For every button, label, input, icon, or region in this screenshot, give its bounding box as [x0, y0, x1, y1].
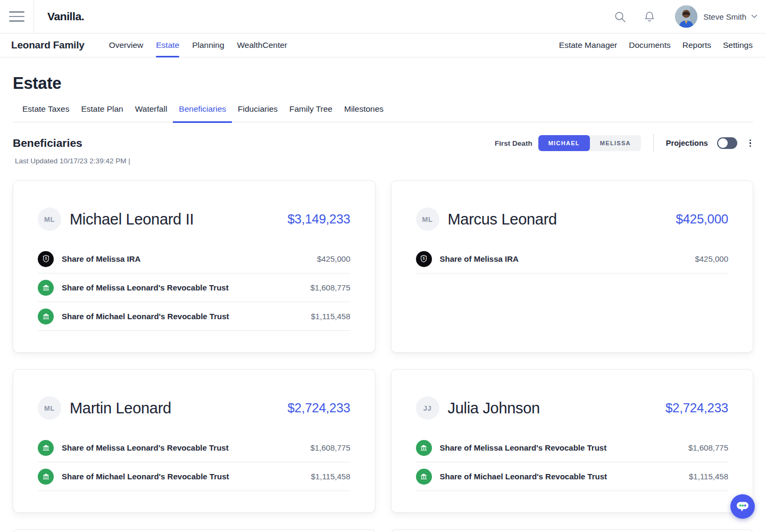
notifications-button[interactable]	[643, 10, 656, 23]
beneficiary-avatar: ML	[38, 207, 61, 231]
bank-icon	[416, 469, 432, 485]
share-row: Share of Michael Leonard's Revocable Tru…	[416, 462, 729, 491]
nav-item-documents[interactable]: Documents	[623, 40, 676, 50]
beneficiary-card: ML Marcus Leonard $425,000 $ Share of Me…	[391, 180, 754, 353]
user-avatar[interactable]	[675, 5, 697, 28]
estate-tabs: Estate Taxes Estate Plan Waterfall Benef…	[13, 104, 753, 122]
tab-fiduciaries[interactable]: Fiduciaries	[232, 104, 284, 122]
share-row: Share of Melissa Leonard's Revocable Tru…	[416, 434, 729, 462]
nav-item-settings[interactable]: Settings	[717, 40, 753, 50]
beneficiary-card: ML Michael Leonard II $3,149,233 $ Share…	[13, 180, 376, 353]
beneficiary-avatar: ML	[416, 207, 439, 231]
tab-waterfall[interactable]: Waterfall	[129, 104, 173, 122]
nav-item-overview[interactable]: Overview	[103, 34, 150, 57]
share-label: Share of Melissa Leonard's Revocable Tru…	[62, 443, 229, 452]
beneficiary-name: Marcus Leonard	[448, 211, 557, 228]
tab-milestones[interactable]: Milestones	[338, 104, 389, 122]
hamburger-icon	[9, 11, 24, 22]
beneficiary-avatar: ML	[38, 396, 61, 420]
share-amount: $1,608,775	[688, 443, 728, 452]
beneficiary-total: $3,149,233	[287, 212, 350, 227]
share-label: Share of Michael Leonard's Revocable Tru…	[62, 472, 229, 481]
first-death-label: First Death	[495, 139, 532, 147]
user-name[interactable]: Steve Smith	[703, 12, 746, 21]
bank-icon	[38, 469, 54, 485]
beneficiary-card	[391, 529, 754, 532]
chat-launcher-button[interactable]	[730, 494, 755, 519]
segment-michael[interactable]: MICHAEL	[538, 135, 590, 151]
beneficiary-card: ML Martin Leonard $2,724,233 Share of Me…	[13, 369, 376, 513]
top-bar: Vanilla. Steve Smith	[0, 0, 766, 34]
bell-icon	[643, 10, 656, 23]
bank-icon	[416, 440, 432, 456]
beneficiary-total: $2,724,233	[665, 401, 728, 415]
beneficiary-total: $425,000	[676, 212, 728, 227]
segment-melissa[interactable]: MELISSA	[590, 135, 641, 151]
toggle-knob	[718, 138, 728, 148]
share-amount: $1,608,775	[310, 443, 350, 452]
svg-text:$: $	[423, 256, 425, 260]
bank-icon	[38, 309, 54, 325]
beneficiary-card: JJ Julia Johnson $2,724,233 Share of Mel…	[391, 369, 754, 513]
last-updated-text: Last Updated 10/17/23 2:39:42 PM |	[15, 157, 753, 165]
beneficiary-avatar: JJ	[416, 396, 439, 420]
share-amount: $425,000	[317, 254, 351, 263]
search-icon	[613, 10, 627, 23]
tab-estate-plan[interactable]: Estate Plan	[75, 104, 129, 122]
hamburger-menu-button[interactable]	[0, 0, 34, 33]
projections-toggle[interactable]	[717, 137, 737, 149]
share-row: Share of Melissa Leonard's Revocable Tru…	[38, 434, 351, 462]
tab-beneficiaries[interactable]: Beneficiaries	[173, 104, 232, 122]
first-death-toggle-group: MICHAEL MELISSA	[538, 135, 641, 151]
share-label: Share of Michael Leonard's Revocable Tru…	[62, 312, 229, 321]
client-name: Leonard Family	[11, 39, 85, 51]
controls-divider	[653, 134, 654, 152]
nav-item-estate-manager[interactable]: Estate Manager	[553, 40, 623, 50]
share-amount: $1,115,458	[311, 472, 351, 481]
client-nav-bar: Leonard Family Overview Estate Planning …	[0, 34, 766, 57]
main-content: Estate Estate Taxes Estate Plan Waterfal…	[0, 74, 766, 532]
share-label: Share of Michael Leonard's Revocable Tru…	[440, 472, 607, 481]
share-amount: $1,115,458	[311, 312, 351, 321]
nav-item-estate[interactable]: Estate	[149, 34, 186, 57]
bank-icon	[38, 440, 54, 456]
bank-icon	[38, 280, 54, 296]
share-row: $ Share of Melissa IRA $425,000	[38, 245, 351, 273]
tab-family-tree[interactable]: Family Tree	[284, 104, 338, 122]
shield-dollar-icon: $	[38, 251, 54, 267]
search-button[interactable]	[613, 10, 627, 23]
beneficiary-name: Michael Leonard II	[70, 211, 194, 228]
share-amount: $1,608,775	[310, 283, 350, 292]
share-row: Share of Michael Leonard's Revocable Tru…	[38, 302, 351, 331]
share-amount: $1,115,458	[689, 472, 728, 481]
shield-dollar-icon: $	[416, 251, 432, 267]
avatar-photo	[675, 5, 697, 28]
share-amount: $425,000	[695, 254, 728, 263]
beneficiaries-header: Beneficiaries First Death MICHAEL MELISS…	[13, 134, 753, 152]
beneficiary-name: Julia Johnson	[448, 400, 540, 417]
client-nav-left: Overview Estate Planning WealthCenter	[103, 34, 294, 57]
chat-bubble-icon	[735, 500, 750, 513]
share-label: Share of Melissa Leonard's Revocable Tru…	[62, 283, 229, 292]
beneficiary-name: Martin Leonard	[70, 400, 171, 417]
nav-item-planning[interactable]: Planning	[186, 34, 230, 57]
svg-text:$: $	[45, 256, 47, 260]
vanilla-logo: Vanilla.	[47, 10, 84, 23]
page-title: Estate	[13, 74, 753, 93]
share-label: Share of Melissa IRA	[440, 254, 519, 263]
nav-item-reports[interactable]: Reports	[677, 40, 717, 50]
chevron-down-icon[interactable]	[751, 14, 757, 19]
share-label: Share of Melissa IRA	[62, 254, 140, 263]
share-row: $ Share of Melissa IRA $425,000	[416, 245, 729, 273]
share-label: Share of Melissa Leonard's Revocable Tru…	[440, 443, 607, 452]
beneficiary-cards-grid: ML Michael Leonard II $3,149,233 $ Share…	[13, 180, 753, 532]
client-nav-right: Estate Manager Documents Reports Setting…	[553, 40, 753, 50]
kebab-menu-button[interactable]	[747, 137, 753, 149]
nav-item-wealthcenter[interactable]: WealthCenter	[231, 34, 294, 57]
beneficiary-total: $2,724,233	[287, 401, 350, 415]
tab-estate-taxes[interactable]: Estate Taxes	[16, 104, 75, 122]
section-title: Beneficiaries	[13, 137, 82, 149]
share-row: Share of Melissa Leonard's Revocable Tru…	[38, 273, 351, 302]
beneficiary-card	[13, 529, 376, 532]
projections-label: Projections	[666, 139, 708, 147]
